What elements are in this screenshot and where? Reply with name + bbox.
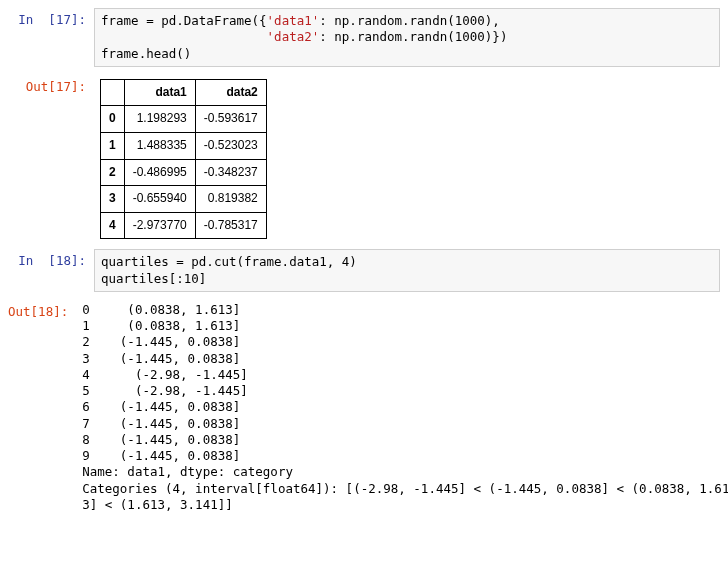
row-index: 1 [101, 132, 125, 159]
table-row: 1 1.488335 -0.523023 [101, 132, 267, 159]
code-token: frame = pd.DataFrame({ [101, 13, 267, 28]
cell-value: 1.488335 [124, 132, 195, 159]
code-input-18[interactable]: quartiles = pd.cut(frame.data1, 4) quart… [94, 249, 720, 292]
table-corner [101, 79, 125, 106]
row-index: 2 [101, 159, 125, 186]
output-text-18: 0 (0.0838, 1.613] 1 (0.0838, 1.613] 2 (-… [76, 300, 728, 515]
cell-value: -0.655940 [124, 186, 195, 213]
code-token: quartiles[:10] [101, 271, 206, 286]
cell-value: 1.198293 [124, 106, 195, 133]
in-prompt-17: In [17]: [8, 8, 94, 67]
col-header: data1 [124, 79, 195, 106]
code-token: : np.random.randn(1000)}) [319, 29, 507, 44]
table-row: 3 -0.655940 0.819382 [101, 186, 267, 213]
string-token: 'data1' [267, 13, 320, 28]
input-cell-17: In [17]: frame = pd.DataFrame({'data1': … [8, 8, 720, 67]
code-token: quartiles = pd.cut(frame.data1, 4) [101, 254, 357, 269]
output-area-17: data1 data2 0 1.198293 -0.593617 1 1.488… [94, 75, 720, 242]
cell-value: -0.348237 [195, 159, 266, 186]
cell-value: -0.785317 [195, 212, 266, 239]
string-token: 'data2' [267, 29, 320, 44]
out-prompt-18: Out[18]: [8, 300, 76, 515]
code-input-17[interactable]: frame = pd.DataFrame({'data1': np.random… [94, 8, 720, 67]
code-token: frame.head() [101, 46, 191, 61]
cell-value: -2.973770 [124, 212, 195, 239]
table-row: 0 1.198293 -0.593617 [101, 106, 267, 133]
table-row: 2 -0.486995 -0.348237 [101, 159, 267, 186]
cell-value: 0.819382 [195, 186, 266, 213]
row-index: 4 [101, 212, 125, 239]
out-prompt-17: Out[17]: [8, 75, 94, 242]
dataframe-table: data1 data2 0 1.198293 -0.593617 1 1.488… [100, 79, 267, 240]
table-header-row: data1 data2 [101, 79, 267, 106]
code-token: : np.random.randn(1000), [319, 13, 500, 28]
table-row: 4 -2.973770 -0.785317 [101, 212, 267, 239]
code-token [101, 29, 267, 44]
cell-value: -0.486995 [124, 159, 195, 186]
input-cell-18: In [18]: quartiles = pd.cut(frame.data1,… [8, 249, 720, 292]
in-prompt-18: In [18]: [8, 249, 94, 292]
row-index: 0 [101, 106, 125, 133]
col-header: data2 [195, 79, 266, 106]
row-index: 3 [101, 186, 125, 213]
output-cell-18: Out[18]: 0 (0.0838, 1.613] 1 (0.0838, 1.… [8, 300, 720, 515]
cell-value: -0.523023 [195, 132, 266, 159]
cell-value: -0.593617 [195, 106, 266, 133]
output-cell-17: Out[17]: data1 data2 0 1.198293 -0.59361… [8, 75, 720, 242]
